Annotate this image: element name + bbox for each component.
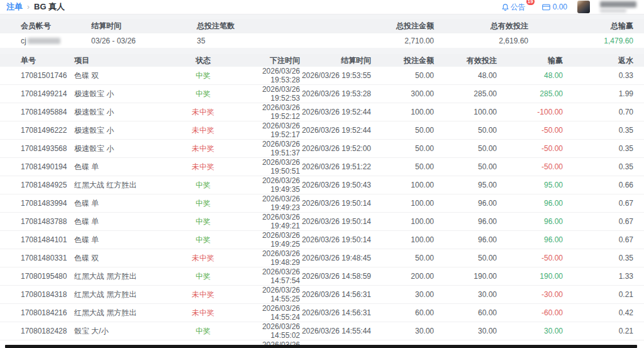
- order-winloss: -50.00: [497, 121, 563, 140]
- order-item: 红黑大战 红方胜出: [74, 176, 175, 194]
- order-bet-time: 2026/03/26 19:49:21: [231, 213, 300, 231]
- order-winloss: -100.00: [497, 103, 563, 121]
- orders-header-rebate: 返水: [563, 54, 644, 67]
- order-settle-time: 2026/03/26 19:52:00: [300, 140, 371, 158]
- order-no: 17080184318: [0, 286, 74, 304]
- order-winloss: 96.00: [497, 194, 563, 213]
- order-valid: 96.00: [434, 231, 497, 249]
- order-status: 未中奖: [175, 158, 231, 176]
- order-valid: 30.00: [434, 286, 497, 304]
- order-rebate: 0.42: [563, 304, 644, 322]
- order-amount: 100.00: [371, 103, 434, 121]
- orders-header-order-no: 单号: [0, 54, 74, 67]
- order-rebate: 0.35: [563, 158, 644, 176]
- order-item: 色碟 单: [74, 194, 175, 213]
- breadcrumb-current: BG 真人: [34, 1, 65, 13]
- announcement-badge: 19: [526, 0, 535, 5]
- order-item: 红黑大战 黑方胜出: [74, 304, 175, 322]
- order-status: 中奖: [175, 67, 231, 85]
- order-rebate: 1.99: [563, 85, 644, 103]
- order-status: 中奖: [175, 322, 231, 340]
- summary-header-total-winloss: 总输赢: [528, 19, 644, 33]
- order-settle-time: 2026/03/26 14:58:59: [300, 267, 371, 286]
- order-bet-time: 2026/03/26 14:57:54: [231, 267, 300, 286]
- order-rebate: 0.33: [563, 67, 644, 85]
- order-valid: 50.00: [434, 121, 497, 140]
- order-winloss: -50.00: [497, 249, 563, 267]
- order-valid: 48.00: [434, 67, 497, 85]
- order-amount: 100.00: [371, 213, 434, 231]
- order-amount: 30.00: [371, 286, 434, 304]
- order-row: 17081493568 极速骰宝 小 未中奖 2026/03/26 19:51:…: [0, 140, 644, 158]
- order-row: 17080195480 红黑大战 黑方胜出 中奖 2026/03/26 14:5…: [0, 267, 644, 286]
- summary-total-winloss: 1,479.60: [528, 33, 644, 48]
- order-item: 红黑大战 黑方胜出: [74, 286, 175, 304]
- order-item: 色碟 双: [74, 67, 175, 85]
- order-row: 17081490194 色碟 单 未中奖 2026/03/26 19:50:51…: [0, 158, 644, 176]
- order-valid: 96.00: [434, 194, 497, 213]
- order-no: 17081480331: [0, 249, 74, 267]
- order-row: 17080184216 红黑大战 黑方胜出 未中奖 2026/03/26 14:…: [0, 304, 644, 322]
- summary-total-amount: 2,710.00: [285, 33, 434, 48]
- balance-button[interactable]: 0.00: [542, 3, 567, 11]
- orders-header-row: 单号 项目 状态 下注时间 结算时间 投注金额 有效投注 输赢 返水: [0, 54, 644, 67]
- order-rebate: 0.35: [563, 121, 644, 140]
- order-settle-time: 2026/03/26 19:52:44: [300, 103, 371, 121]
- order-status: 中奖: [175, 194, 231, 213]
- order-status: 中奖: [175, 176, 231, 194]
- order-no: 17080195480: [0, 267, 74, 286]
- username-redacted[interactable]: [600, 1, 636, 13]
- announcement-button[interactable]: 公告 19: [502, 2, 532, 13]
- order-row: 17081483994 色碟 单 中奖 2026/03/26 19:49:23 …: [0, 194, 644, 213]
- order-settle-time: 2026/03/26 19:50:43: [300, 176, 371, 194]
- orders-header-item: 项目: [74, 54, 175, 67]
- order-amount: 100.00: [371, 231, 434, 249]
- order-rebate: 1.33: [563, 267, 644, 286]
- order-row: 17081496222 极速骰宝 小 未中奖 2026/03/26 19:52:…: [0, 121, 644, 140]
- summary-account: cj: [0, 33, 91, 48]
- order-rebate: 0.21: [563, 322, 644, 340]
- order-row: 17081501746 色碟 双 中奖 2026/03/26 19:53:28 …: [0, 67, 644, 85]
- order-amount: 50.00: [371, 67, 434, 85]
- orders-header-bet-time: 下注时间: [231, 54, 300, 67]
- order-winloss: 285.00: [497, 85, 563, 103]
- order-settle-time: 2026/03/26 14:56:31: [300, 286, 371, 304]
- order-bet-time: 2026/03/26 19:48:29: [231, 249, 300, 267]
- order-status: 中奖: [175, 213, 231, 231]
- order-status: 未中奖: [175, 121, 231, 140]
- summary-header-settle-time: 结算时间: [91, 19, 197, 33]
- order-valid: 285.00: [434, 85, 497, 103]
- order-settle-time: 2026/03/26 19:50:14: [300, 231, 371, 249]
- order-settle-time: 2026/03/26 14:55:44: [300, 322, 371, 340]
- order-no: 17080182428: [0, 322, 74, 340]
- order-settle-time: 2026/03/26 14:56:31: [300, 304, 371, 322]
- avatar[interactable]: [577, 1, 590, 13]
- order-item: 极速骰宝 小: [74, 140, 175, 158]
- breadcrumb-separator-icon: ›: [27, 3, 30, 11]
- orders-header-amount: 投注金额: [371, 54, 434, 67]
- order-settle-time: 2026/03/26 19:50:14: [300, 213, 371, 231]
- order-item: 色碟 双: [74, 249, 175, 267]
- order-amount: 30.00: [371, 322, 434, 340]
- order-no: 17081499214: [0, 85, 74, 103]
- order-bet-time: 2026/03/26 19:52:53: [231, 85, 300, 103]
- order-row: 17081484101 色碟 单 中奖 2026/03/26 19:49:25 …: [0, 231, 644, 249]
- order-valid: 100.00: [434, 103, 497, 121]
- order-settle-time: 2026/03/26 19:53:28: [300, 85, 371, 103]
- order-no: 17081495884: [0, 103, 74, 121]
- order-bet-time: 2026/03/26 19:52:17: [231, 121, 300, 140]
- summary-header-total-amount: 总投注金额: [285, 19, 434, 33]
- order-settle-time: 2026/03/26 19:48:45: [300, 249, 371, 267]
- username-blur: [600, 1, 636, 8]
- order-status: 未中奖: [175, 304, 231, 322]
- breadcrumb-orders-link[interactable]: 注单: [6, 1, 23, 13]
- order-amount: 200.00: [371, 267, 434, 286]
- order-no: 17081483994: [0, 194, 74, 213]
- order-status: 未中奖: [175, 140, 231, 158]
- order-rebate: 0.21: [563, 286, 644, 304]
- order-item: 极速骰宝 小: [74, 103, 175, 121]
- account-redacted-blur: [28, 38, 60, 44]
- orders-table: 单号 项目 状态 下注时间 结算时间 投注金额 有效投注 输赢 返水 17081…: [0, 54, 644, 348]
- order-row: 17081480331 色碟 双 未中奖 2026/03/26 19:48:29…: [0, 249, 644, 267]
- bell-icon: [502, 3, 509, 11]
